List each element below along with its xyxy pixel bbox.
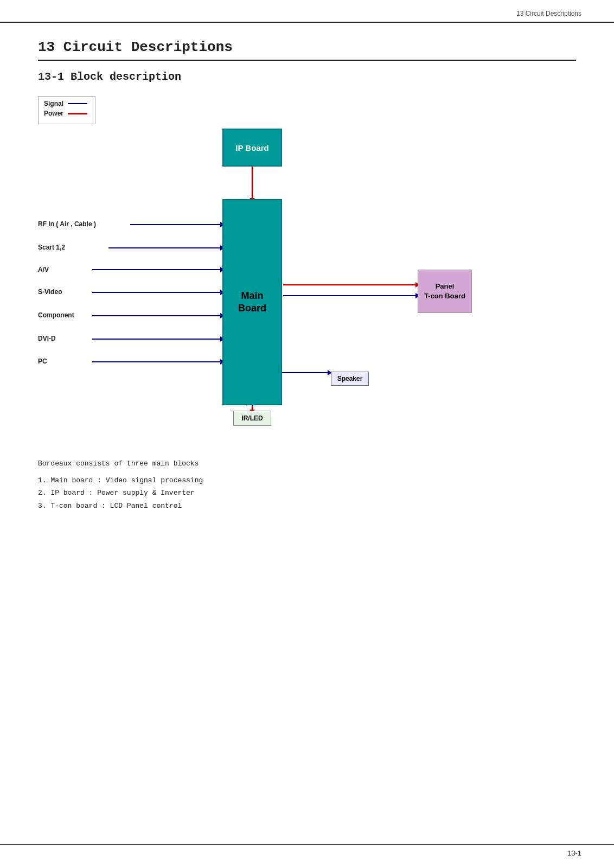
page-number: 13-1 [567, 849, 581, 857]
speaker-box: Speaker [331, 372, 369, 386]
legend-power-row: Power [44, 110, 87, 117]
input-label-component: Component [38, 311, 74, 319]
input-label-pc: PC [38, 358, 47, 365]
legend-signal-label: Signal [44, 100, 63, 107]
section-title: 13 Circuit Descriptions [38, 39, 576, 61]
main-board-box: Main Board [222, 199, 282, 405]
legend-power-line [68, 113, 87, 114]
speaker-label: Speaker [337, 375, 363, 382]
header-text: 13 Circuit Descriptions [516, 10, 581, 17]
description-item-2: 2. IP board : Power supply & Inverter [38, 487, 576, 499]
legend-signal-line [68, 103, 87, 104]
legend-signal-row: Signal [44, 100, 87, 107]
input-label-scart: Scart 1,2 [38, 244, 65, 251]
page-content: 13 Circuit Descriptions 13-1 Block descr… [0, 23, 614, 545]
ip-board-box: IP Board [222, 129, 282, 167]
page-footer: 13-1 [0, 844, 614, 857]
panel-label: Panel [424, 282, 465, 291]
panel-tcon-label: Panel T-con Board [424, 282, 465, 301]
irled-box: IR/LED [233, 411, 271, 426]
tcon-label: T-con Board [424, 291, 465, 301]
panel-tcon-box: Panel T-con Board [418, 270, 472, 313]
main-board-line1: Main [238, 290, 266, 302]
block-diagram: Signal Power [38, 96, 526, 443]
legend-power-label: Power [44, 110, 63, 117]
input-label-rf: RF In ( Air , Cable ) [38, 220, 96, 228]
subsection-title: 13-1 Block description [38, 71, 576, 83]
description-list: 1. Main board : Video signal processing … [38, 474, 576, 512]
description-item-1: 1. Main board : Video signal processing [38, 474, 576, 487]
legend-box: Signal Power [38, 96, 95, 124]
description-intro: Bordeaux consists of three main blocks [38, 459, 576, 468]
input-label-av: A/V [38, 266, 49, 273]
main-board-line2: Board [238, 302, 266, 315]
page-header: 13 Circuit Descriptions [0, 0, 614, 23]
input-label-svideo: S-Video [38, 288, 62, 296]
main-board-label: Main Board [238, 290, 266, 315]
input-label-dvid: DVI-D [38, 335, 56, 342]
ip-board-label: IP Board [235, 143, 268, 152]
irled-label: IR/LED [241, 414, 263, 422]
description-item-3: 3. T-con board : LCD Panel control [38, 500, 576, 512]
